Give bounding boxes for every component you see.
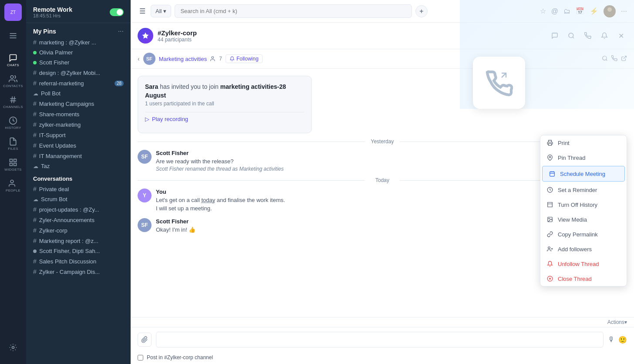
bell-icon[interactable] [598,30,610,42]
sidebar-item[interactable]: # Marketing Campaigns [26,98,131,109]
menu-item-media[interactable]: View Media [540,212,627,227]
sidebar-item[interactable]: ☁ Taz [26,161,131,171]
sidebar-item[interactable]: # IT Manangement [26,151,131,161]
sidebar-item[interactable]: # Private deal [26,184,131,194]
menu-item-schedule[interactable]: Schedule Meeting [542,166,625,182]
sidebar-item-label: Scrum Bot [41,196,67,202]
meeting-name: marketing activities-28 [220,83,286,90]
history-menu-icon [546,201,553,208]
chat-icon[interactable] [549,30,561,42]
sidebar-item-label: design : @Zylker Mobi... [39,70,100,76]
menu-icon[interactable]: ☰ [138,5,147,17]
call-icon[interactable] [582,30,594,42]
sidebar-item-scott[interactable]: Scott Fisher [26,57,131,67]
calendar-icon[interactable]: 📅 [576,7,584,15]
thread-name[interactable]: Marketing activities [159,56,207,62]
play-icon: ▷ [145,116,149,122]
post-channel-checkbox[interactable] [138,355,143,361]
sidebar-item[interactable]: # Zylker - Campaign Dis... [26,266,131,277]
search-filter-button[interactable]: All ▾ [151,5,171,17]
menu-item-label: Copy Permalink [558,231,598,238]
sidebar-item[interactable]: # Zylker-corp [26,225,131,236]
svg-point-19 [212,57,214,59]
play-recording-button[interactable]: ▷ Play recording [145,112,304,126]
bag-icon[interactable]: 🗂 [563,7,570,15]
menu-item-followers[interactable]: Add followers [540,242,627,256]
nav-settings[interactable] [3,338,23,357]
context-menu: Print Pin Thread Schedule Meeting Set a … [540,135,627,286]
sidebar-item[interactable]: # design : @Zylker Mobi... [26,67,131,78]
input-footer: Post in #Zylker-corp channel [131,352,634,364]
nav-people[interactable]: PEOPLE [3,176,23,195]
menu-item-close-thread[interactable]: Close Thread [540,271,627,286]
workspace-name: Remote Work [33,6,72,13]
sidebar-item[interactable]: # marketing : @Zylker ... [26,37,131,47]
menu-item-label: View Media [558,216,587,223]
calendar-menu-icon [549,170,556,177]
sidebar-item[interactable]: Scott Fisher, Dipti Sah... [26,246,131,256]
pins-more-icon[interactable]: ··· [118,27,124,35]
sidebar-item[interactable]: # zylker-marketing [26,119,131,130]
call-sub-icon[interactable] [611,55,617,63]
hamburger-menu[interactable] [3,26,23,45]
hash-icon: # [33,268,37,275]
menu-item-reminder[interactable]: Set a Reminder [540,182,627,197]
chats-label: CHATS [7,63,19,67]
nav-history[interactable]: HISTORY [3,113,23,132]
sidebar-item-label: Scott Fisher [39,59,69,66]
hash-icon: # [33,69,37,76]
sidebar-item[interactable]: # referral-marketing 28 [26,78,131,88]
sidebar-item[interactable]: Olivia Palmer [26,47,131,57]
lightning-icon[interactable]: ⚡ [590,7,598,15]
message-avatar-you: Y [138,189,152,202]
app-logo: ZT [4,3,22,21]
microphone-icon[interactable]: 🎙 [608,336,615,344]
invite-text: Sara has invited you to join marketing a… [145,83,304,90]
menu-item-unfollow[interactable]: Unfollow Thread [540,256,627,271]
status-toggle[interactable] [110,8,124,16]
search-sub-icon[interactable] [602,55,608,63]
nav-widgets[interactable]: WIDGETS [3,155,23,174]
sidebar-item[interactable]: # project-updates : @Zy... [26,204,131,215]
emoji-icon[interactable]: 🙂 [618,336,627,344]
message-input[interactable] [156,332,604,347]
close-icon[interactable]: ✕ [615,30,627,42]
sidebar-item[interactable]: # Marketing report : @z... [26,236,131,246]
sidebar-item[interactable]: # Zyler-Announcements [26,215,131,225]
nav-chats[interactable]: CHATS [3,51,23,70]
nav-channels[interactable]: CHANNELS [3,92,23,111]
nav-contacts[interactable]: CONTACTS [3,71,23,91]
menu-item-print[interactable]: Print [540,135,627,150]
filter-label: All [155,8,162,14]
main-sidebar: Remote Work 18:45:51 Hrs My Pins ··· # m… [26,0,131,364]
follow-button[interactable]: Following [226,54,263,63]
search-thread-icon[interactable] [565,30,577,42]
hash-icon: # [33,185,37,192]
mention-icon[interactable]: @ [551,7,558,15]
add-button[interactable]: + [415,5,428,17]
star-icon[interactable]: ☆ [540,7,546,15]
user-avatar[interactable] [604,5,616,17]
menu-item-history[interactable]: Turn Off History [540,197,627,212]
top-bar-right: ☆ @ 🗂 📅 ⚡ ⋯ [540,5,627,17]
nav-files[interactable]: FILES [3,134,23,153]
menu-item-permalink[interactable]: Copy Permalink [540,227,627,242]
grid-icon[interactable]: ⋯ [621,8,627,15]
actions-label: Actions [607,319,624,325]
contacts-label: CONTACTS [3,84,23,88]
sidebar-item[interactable]: # Event Updates [26,140,131,151]
back-button[interactable]: ‹ [138,55,140,62]
menu-item-pin[interactable]: Pin Thread [540,150,627,165]
sidebar-item-label: referral-marketing [39,80,84,87]
sidebar-item[interactable]: # IT-Support [26,130,131,140]
sidebar-item[interactable]: ☁ Scrum Bot [26,194,131,204]
sidebar-item[interactable]: # Sales Pitch Discussion [26,256,131,266]
search-input[interactable] [175,4,412,18]
media-icon [546,216,553,223]
sidebar-item-label: IT Manangement [39,153,82,159]
menu-item-label: Schedule Meeting [560,171,605,177]
sidebar-item[interactable]: ☁ Poll Bot [26,88,131,98]
sidebar-item[interactable]: # Share-moments [26,109,131,119]
attach-button[interactable] [138,333,152,347]
external-link-icon[interactable] [621,55,627,63]
